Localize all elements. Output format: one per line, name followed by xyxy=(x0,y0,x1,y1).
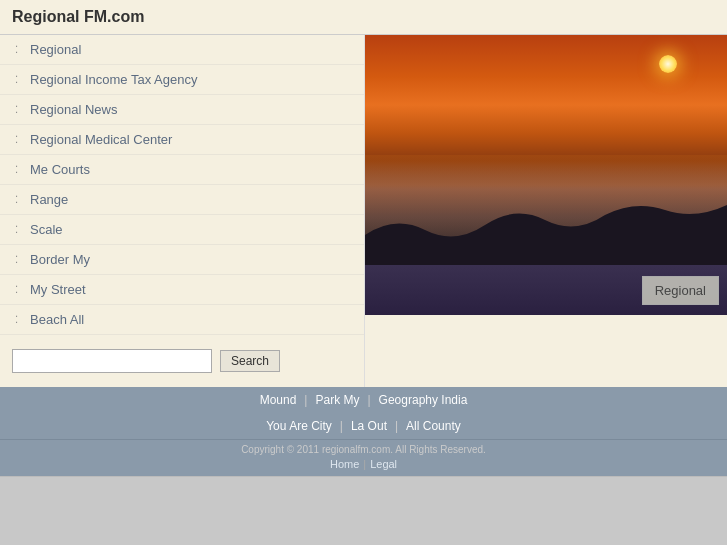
you-are-city-link[interactable]: You Are City xyxy=(266,419,332,433)
site-title: Regional FM.com xyxy=(12,8,144,25)
sidebar-item-label: Beach All xyxy=(30,312,84,327)
links-row-1: Mound | Park My | Geography India xyxy=(0,387,727,413)
sidebar-item-label: Border My xyxy=(30,252,90,267)
search-bar: Search xyxy=(0,335,364,387)
home-link[interactable]: Home xyxy=(330,458,359,470)
search-button[interactable]: Search xyxy=(220,350,280,372)
sidebar-item-2[interactable]: ⁚Regional News xyxy=(0,95,364,125)
bullet-icon: ⁚ xyxy=(10,194,22,205)
sidebar-items: ⁚Regional⁚Regional Income Tax Agency⁚Reg… xyxy=(0,35,364,335)
sidebar-item-label: Range xyxy=(30,192,68,207)
copyright-text: Copyright © 2011 regionalfm.com. All Rig… xyxy=(0,444,727,455)
geography-india-link[interactable]: Geography India xyxy=(379,393,468,407)
sidebar-item-label: Regional xyxy=(30,42,81,57)
bullet-icon: ⁚ xyxy=(10,314,22,325)
silhouette-svg xyxy=(365,195,727,265)
sidebar-item-8[interactable]: ⁚My Street xyxy=(0,275,364,305)
bullet-icon: ⁚ xyxy=(10,224,22,235)
mound-link[interactable]: Mound xyxy=(260,393,297,407)
legal-link[interactable]: Legal xyxy=(370,458,397,470)
sidebar-item-6[interactable]: ⁚Scale xyxy=(0,215,364,245)
bullet-icon: ⁚ xyxy=(10,134,22,145)
sidebar-item-7[interactable]: ⁚Border My xyxy=(0,245,364,275)
site-header: Regional FM.com xyxy=(0,0,727,35)
sidebar-item-1[interactable]: ⁚Regional Income Tax Agency xyxy=(0,65,364,95)
bullet-icon: ⁚ xyxy=(10,44,22,55)
bullet-icon: ⁚ xyxy=(10,164,22,175)
bullet-icon: ⁚ xyxy=(10,284,22,295)
sidebar-item-label: My Street xyxy=(30,282,86,297)
sidebar-item-0[interactable]: ⁚Regional xyxy=(0,35,364,65)
sidebar-item-5[interactable]: ⁚Range xyxy=(0,185,364,215)
separator-3: | xyxy=(340,419,343,433)
la-out-link[interactable]: La Out xyxy=(351,419,387,433)
search-input[interactable] xyxy=(12,349,212,373)
image-section: Regional xyxy=(365,35,727,387)
links-bar: Mound | Park My | Geography India You Ar… xyxy=(0,387,727,439)
links-row-2: You Are City | La Out | All County xyxy=(0,413,727,439)
bullet-icon: ⁚ xyxy=(10,74,22,85)
sidebar-item-3[interactable]: ⁚Regional Medical Center xyxy=(0,125,364,155)
main-layout: ⁚Regional⁚Regional Income Tax Agency⁚Reg… xyxy=(0,35,727,387)
sidebar-item-label: Regional Income Tax Agency xyxy=(30,72,197,87)
sidebar-item-4[interactable]: ⁚Me Courts xyxy=(0,155,364,185)
separator-2: | xyxy=(367,393,370,407)
sunset-image: Regional xyxy=(365,35,727,315)
footer-separator: | xyxy=(363,458,366,470)
sidebar-item-label: Scale xyxy=(30,222,63,237)
sidebar-item-9[interactable]: ⁚Beach All xyxy=(0,305,364,335)
sun-decoration xyxy=(659,55,677,73)
bullet-icon: ⁚ xyxy=(10,254,22,265)
footer: Copyright © 2011 regionalfm.com. All Rig… xyxy=(0,439,727,476)
sidebar-item-label: Regional Medical Center xyxy=(30,132,172,147)
sidebar-item-label: Regional News xyxy=(30,102,117,117)
separator-4: | xyxy=(395,419,398,433)
regional-overlay-button[interactable]: Regional xyxy=(642,276,719,305)
park-my-link[interactable]: Park My xyxy=(315,393,359,407)
all-county-link[interactable]: All County xyxy=(406,419,461,433)
separator-1: | xyxy=(304,393,307,407)
sidebar: ⁚Regional⁚Regional Income Tax Agency⁚Reg… xyxy=(0,35,365,387)
footer-links: Home | Legal xyxy=(0,458,727,470)
bullet-icon: ⁚ xyxy=(10,104,22,115)
sidebar-item-label: Me Courts xyxy=(30,162,90,177)
